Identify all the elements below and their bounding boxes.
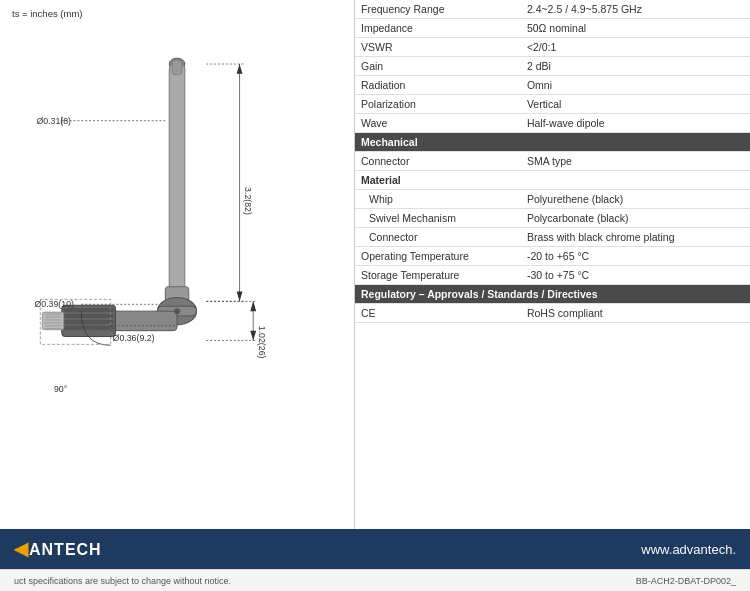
footer-note-right: BB-ACH2-DBAT-DP002_ (636, 576, 736, 586)
footer-url: www.advantech. (641, 542, 736, 557)
svg-rect-2 (172, 60, 182, 75)
spec-value: 2.4~2.5 / 4.9~5.875 GHz (521, 0, 750, 19)
svg-text:90°: 90° (54, 384, 67, 394)
table-row: ConnectorSMA type (355, 152, 750, 171)
svg-rect-12 (42, 312, 63, 330)
section-header-label: Mechanical (355, 133, 750, 152)
spec-label: Frequency Range (355, 0, 521, 19)
spec-value: -20 to +65 °C (521, 247, 750, 266)
svg-text:Ø0.31(8): Ø0.31(8) (36, 116, 71, 126)
sub-label: Swivel Mechanism (355, 209, 521, 228)
subheader-value (521, 171, 750, 190)
specs-panel: Frequency Range2.4~2.5 / 4.9~5.875 GHzIm… (355, 0, 750, 529)
svg-marker-33 (250, 301, 256, 311)
spec-label: Operating Temperature (355, 247, 521, 266)
footer: ◀ANTECH www.advantech. (0, 529, 750, 569)
spec-label: Gain (355, 57, 521, 76)
table-row: Impedance50Ω nominal (355, 19, 750, 38)
antenna-diagram: Ø0.31(8) 3.2(82) 1.02(26) Ø0.39(10) (19, 23, 339, 443)
sub-label: Connector (355, 228, 521, 247)
svg-rect-6 (111, 311, 177, 331)
spec-label: VSWR (355, 38, 521, 57)
spec-label: Connector (355, 152, 521, 171)
sub-label: Whip (355, 190, 521, 209)
subheader-label: Material (355, 171, 521, 190)
spec-label: Radiation (355, 76, 521, 95)
logo-text: ANTECH (29, 541, 102, 558)
table-row: Gain2 dBi (355, 57, 750, 76)
spec-value: Omni (521, 76, 750, 95)
spec-label: CE (355, 304, 521, 323)
spec-value: 50Ω nominal (521, 19, 750, 38)
spec-label: Wave (355, 114, 521, 133)
spec-label: Polarization (355, 95, 521, 114)
sub-value: Polyurethene (black) (521, 190, 750, 209)
table-row: RadiationOmni (355, 76, 750, 95)
svg-point-19 (174, 308, 180, 314)
table-row: Swivel MechanismPolycarbonate (black) (355, 209, 750, 228)
spec-label: Storage Temperature (355, 266, 521, 285)
table-row: Storage Temperature-30 to +75 °C (355, 266, 750, 285)
table-row: Operating Temperature-20 to +65 °C (355, 247, 750, 266)
svg-text:Ø0.36(9.2): Ø0.36(9.2) (113, 333, 155, 343)
main-content: ts = inches (mm) (0, 0, 750, 529)
svg-rect-10 (64, 320, 114, 324)
svg-rect-1 (169, 64, 185, 298)
svg-text:3.2(82): 3.2(82) (243, 187, 253, 215)
logo-arrow: ◀ (14, 539, 29, 559)
table-row: Regulatory – Approvals / Standards / Dir… (355, 285, 750, 304)
units-note: ts = inches (mm) (12, 8, 346, 19)
diagram-area: Ø0.31(8) 3.2(82) 1.02(26) Ø0.39(10) (19, 23, 339, 443)
specs-table: Frequency Range2.4~2.5 / 4.9~5.875 GHzIm… (355, 0, 750, 323)
table-row: PolarizationVertical (355, 95, 750, 114)
spec-value: SMA type (521, 152, 750, 171)
spec-value: 2 dBi (521, 57, 750, 76)
svg-marker-28 (237, 292, 243, 302)
section-header-label: Regulatory – Approvals / Standards / Dir… (355, 285, 750, 304)
svg-text:1.02(26): 1.02(26) (257, 326, 267, 359)
sub-value: Brass with black chrome plating (521, 228, 750, 247)
table-row: Material (355, 171, 750, 190)
footer-note-left: uct specifications are subject to change… (14, 576, 231, 586)
table-row: WaveHalf-wave dipole (355, 114, 750, 133)
table-row: VSWR<2/0:1 (355, 38, 750, 57)
diagram-panel: ts = inches (mm) (0, 0, 355, 529)
svg-rect-9 (64, 314, 114, 318)
footer-logo: ◀ANTECH (14, 538, 102, 560)
table-row: Frequency Range2.4~2.5 / 4.9~5.875 GHz (355, 0, 750, 19)
spec-value: RoHS compliant (521, 304, 750, 323)
svg-marker-34 (250, 331, 256, 341)
svg-marker-27 (237, 64, 243, 74)
spec-value: <2/0:1 (521, 38, 750, 57)
table-row: ConnectorBrass with black chrome plating (355, 228, 750, 247)
table-row: WhipPolyurethene (black) (355, 190, 750, 209)
table-row: Mechanical (355, 133, 750, 152)
table-row: CERoHS compliant (355, 304, 750, 323)
spec-value: Vertical (521, 95, 750, 114)
spec-value: Half-wave dipole (521, 114, 750, 133)
spec-value: -30 to +75 °C (521, 266, 750, 285)
spec-label: Impedance (355, 19, 521, 38)
svg-rect-11 (64, 326, 114, 330)
footer-bottom: uct specifications are subject to change… (0, 569, 750, 591)
sub-value: Polycarbonate (black) (521, 209, 750, 228)
